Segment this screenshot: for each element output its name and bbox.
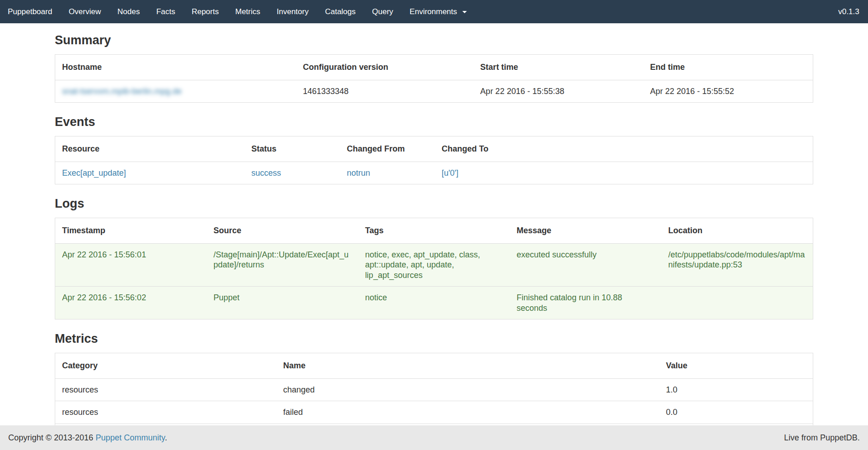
metric-category-cell: resources: [55, 378, 277, 401]
log-source-cell: Puppet: [207, 287, 358, 319]
metrics-header-value: Value: [659, 353, 813, 379]
nav-item-metrics[interactable]: Metrics: [227, 0, 268, 23]
log-message-cell: executed successfully: [510, 243, 661, 287]
summary-header-hostname: Hostname: [55, 55, 296, 80]
summary-header-end-time: End time: [643, 55, 813, 80]
logs-header-source: Source: [207, 218, 358, 244]
event-changed-from-link[interactable]: notrun: [347, 168, 370, 178]
summary-row: snat-tservvm.mpib-berlin.mpg.de 14613333…: [55, 80, 813, 103]
logs-header-tags: Tags: [358, 218, 510, 244]
log-tags-cell: notice: [358, 287, 510, 319]
nav-item-environments-dropdown[interactable]: Environments: [402, 0, 476, 23]
log-timestamp-cell: Apr 22 2016 - 15:56:02: [55, 287, 207, 319]
logs-heading: Logs: [55, 197, 813, 211]
nav-item-environments-label: Environments: [410, 7, 457, 16]
metric-value-cell: 1.0: [659, 378, 813, 401]
navbar-brand[interactable]: Puppetboard: [0, 0, 60, 23]
metric-row: resources failed 0.0: [55, 401, 813, 424]
log-row: Apr 22 2016 - 15:56:01 /Stage[main]/Apt:…: [55, 243, 813, 287]
metric-value-cell: 0.0: [659, 401, 813, 424]
metric-name-cell: changed: [277, 378, 659, 401]
summary-table: Hostname Configuration version Start tim…: [55, 54, 813, 103]
events-header-changed-from: Changed From: [340, 136, 435, 162]
nav-item-inventory[interactable]: Inventory: [268, 0, 317, 23]
events-header-row: Resource Status Changed From Changed To: [55, 136, 813, 162]
event-status-link[interactable]: success: [251, 168, 281, 178]
footer: Copyright © 2013-2016 Puppet Community. …: [0, 425, 868, 450]
summary-heading: Summary: [55, 33, 813, 47]
navbar: Puppetboard Overview Nodes Facts Reports…: [0, 0, 868, 23]
log-row: Apr 22 2016 - 15:56:02 Puppet notice Fin…: [55, 287, 813, 319]
metric-category-cell: resources: [55, 401, 277, 424]
log-tags-cell: notice, exec, apt_update, class, apt::up…: [358, 243, 510, 287]
log-location-cell: /etc/puppetlabs/code/modules/apt/manifes…: [661, 243, 813, 287]
copyright-suffix: .: [165, 433, 167, 442]
nav-item-catalogs[interactable]: Catalogs: [317, 0, 364, 23]
nav-item-reports[interactable]: Reports: [183, 0, 227, 23]
logs-header-row: Timestamp Source Tags Message Location: [55, 218, 813, 244]
metrics-header-row: Category Name Value: [55, 353, 813, 379]
events-table: Resource Status Changed From Changed To …: [55, 136, 813, 184]
event-resource-link[interactable]: Exec[apt_update]: [62, 168, 126, 178]
events-header-changed-to: Changed To: [435, 136, 813, 162]
logs-header-timestamp: Timestamp: [55, 218, 207, 244]
nav-item-nodes[interactable]: Nodes: [109, 0, 148, 23]
summary-section: Summary Hostname Configuration version S…: [55, 33, 813, 103]
metrics-header-category: Category: [55, 353, 277, 379]
nav-item-overview[interactable]: Overview: [60, 0, 109, 23]
nav-item-query[interactable]: Query: [364, 0, 401, 23]
metrics-heading: Metrics: [55, 332, 813, 346]
start-time-cell: Apr 22 2016 - 15:55:38: [473, 80, 643, 103]
metric-name-cell: failed: [277, 401, 659, 424]
summary-header-row: Hostname Configuration version Start tim…: [55, 55, 813, 80]
summary-header-start-time: Start time: [473, 55, 643, 80]
logs-table: Timestamp Source Tags Message Location A…: [55, 218, 813, 319]
events-heading: Events: [55, 115, 813, 129]
config-version-cell: 1461333348: [296, 80, 474, 103]
hostname-link[interactable]: snat-tservvm.mpib-berlin.mpg.de: [62, 87, 182, 96]
log-source-cell: /Stage[main]/Apt::Update/Exec[apt_update…: [207, 243, 358, 287]
version-label: v0.1.3: [838, 0, 868, 23]
events-header-status: Status: [245, 136, 340, 162]
metric-row: resources changed 1.0: [55, 378, 813, 401]
events-header-resource: Resource: [55, 136, 245, 162]
summary-header-config-version: Configuration version: [296, 55, 474, 80]
copyright-text: Copyright © 2013-2016 Puppet Community.: [8, 433, 167, 443]
logs-section: Logs Timestamp Source Tags Message Locat…: [55, 197, 813, 319]
caret-down-icon: [462, 11, 467, 13]
events-section: Events Resource Status Changed From Chan…: [55, 115, 813, 184]
end-time-cell: Apr 22 2016 - 15:55:52: [643, 80, 813, 103]
event-row: Exec[apt_update] success notrun [u'0']: [55, 162, 813, 184]
event-changed-to-link[interactable]: [u'0']: [442, 168, 459, 178]
log-location-cell: [661, 287, 813, 319]
log-message-cell: Finished catalog run in 10.88 seconds: [510, 287, 661, 319]
logs-header-location: Location: [661, 218, 813, 244]
puppetdb-status-text: Live from PuppetDB.: [784, 433, 860, 443]
main-content: Summary Hostname Configuration version S…: [55, 33, 813, 446]
puppet-community-link[interactable]: Puppet Community: [95, 433, 165, 442]
metrics-header-name: Name: [277, 353, 659, 379]
log-timestamp-cell: Apr 22 2016 - 15:56:01: [55, 243, 207, 287]
logs-header-message: Message: [510, 218, 661, 244]
nav-item-facts[interactable]: Facts: [148, 0, 183, 23]
copyright-prefix: Copyright © 2013-2016: [8, 433, 95, 442]
